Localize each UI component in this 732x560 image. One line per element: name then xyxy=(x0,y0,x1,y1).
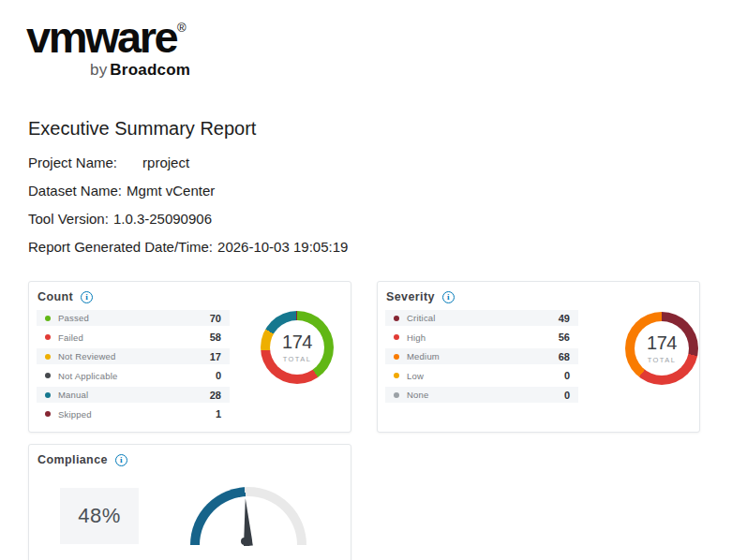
executive-summary-page: vmware® byBroadcom Executive Summary Rep… xyxy=(0,0,732,560)
legend-label: Medium xyxy=(407,351,559,361)
legend-label: Passed xyxy=(58,313,210,323)
legend-label: Skipped xyxy=(58,409,216,420)
meta-dataset-name: Dataset Name:Mgmt vCenter xyxy=(28,183,215,199)
compliance-percentage-value: 48% xyxy=(78,504,121,528)
count-total-label: TOTAL xyxy=(283,355,311,363)
tool-version-value: 1.0.3-25090906 xyxy=(113,211,212,227)
severity-donut-chart: 174 TOTAL xyxy=(625,312,698,385)
legend-row: None0 xyxy=(385,387,578,403)
legend-color-dot xyxy=(45,411,51,417)
legend-label: High xyxy=(407,332,559,343)
compliance-card-title: Compliance xyxy=(37,453,108,466)
legend-row: Failed58 xyxy=(37,330,230,346)
vmware-logo-text: vmware xyxy=(26,12,176,62)
legend-color-dot xyxy=(394,392,399,398)
tool-version-label: Tool Version: xyxy=(28,211,109,227)
count-card-header: Count i xyxy=(37,290,93,303)
meta-tool-version: Tool Version:1.0.3-25090906 xyxy=(28,211,212,227)
legend-value: 56 xyxy=(559,332,570,343)
legend-value: 49 xyxy=(559,313,570,324)
compliance-card-header: Compliance i xyxy=(37,453,127,466)
count-donut-chart: 174 TOTAL xyxy=(261,311,334,384)
legend-color-dot xyxy=(394,316,399,321)
vmware-wordmark: vmware® xyxy=(26,15,190,59)
count-total-value: 174 xyxy=(282,332,312,353)
legend-label: Failed xyxy=(58,332,210,343)
vmware-logo: vmware® byBroadcom xyxy=(26,15,190,80)
report-generated-value: 2026-10-03 19:05:19 xyxy=(217,239,348,255)
legend-value: 58 xyxy=(210,332,221,343)
info-icon[interactable]: i xyxy=(81,291,93,303)
byline-by-text: by xyxy=(90,61,107,79)
severity-legend: Critical49High56Medium68Low0None0 xyxy=(385,310,578,406)
count-legend: Passed70Failed58Not Reviewed17Not Applic… xyxy=(37,310,230,425)
severity-card-title: Severity xyxy=(386,290,435,303)
legend-row: Not Reviewed17 xyxy=(37,348,230,364)
severity-total-value: 174 xyxy=(647,332,677,354)
legend-row: Medium68 xyxy=(385,348,578,364)
legend-color-dot xyxy=(45,316,51,321)
project-name-label: Project Name: xyxy=(28,155,117,170)
meta-report-generated: Report Generated Date/Time:2026-10-03 19… xyxy=(28,239,348,255)
count-card: Count i Passed70Failed58Not Reviewed17No… xyxy=(28,281,351,433)
legend-label: Not Reviewed xyxy=(58,351,210,361)
legend-label: Not Applicable xyxy=(58,371,216,381)
severity-card: Severity i Critical49High56Medium68Low0N… xyxy=(377,281,700,433)
legend-label: None xyxy=(407,390,564,400)
legend-value: 70 xyxy=(210,313,221,324)
count-card-title: Count xyxy=(37,290,73,303)
dataset-name-label: Dataset Name: xyxy=(28,183,122,199)
gauge-needle-hub xyxy=(241,538,248,545)
legend-value: 1 xyxy=(216,408,221,420)
legend-row: Passed70 xyxy=(37,310,230,326)
legend-label: Critical xyxy=(407,313,559,323)
legend-row: High56 xyxy=(385,330,578,346)
project-name-value: rproject xyxy=(142,155,189,170)
info-icon[interactable]: i xyxy=(442,291,455,303)
legend-color-dot xyxy=(394,334,399,340)
legend-row: Low0 xyxy=(385,368,578,384)
legend-row: Critical49 xyxy=(385,310,578,326)
legend-color-dot xyxy=(45,373,51,378)
dataset-name-value: Mgmt vCenter xyxy=(127,183,215,199)
legend-color-dot xyxy=(394,354,399,360)
legend-label: Low xyxy=(407,371,564,381)
legend-color-dot xyxy=(45,334,51,340)
legend-color-dot xyxy=(45,392,51,398)
info-icon[interactable]: i xyxy=(115,454,127,466)
legend-value: 28 xyxy=(210,390,221,401)
legend-value: 0 xyxy=(564,390,570,401)
legend-color-dot xyxy=(394,373,399,378)
meta-project-name: Project Name:rproject xyxy=(28,155,189,170)
legend-color-dot xyxy=(45,354,51,360)
page-title: Executive Summary Report xyxy=(28,118,256,140)
legend-row: Skipped1 xyxy=(37,406,230,422)
legend-value: 17 xyxy=(210,351,221,362)
legend-label: Manual xyxy=(58,390,210,400)
broadcom-byline: byBroadcom xyxy=(90,61,190,80)
legend-value: 68 xyxy=(559,351,570,362)
legend-row: Not Applicable0 xyxy=(37,368,230,384)
byline-broadcom-text: Broadcom xyxy=(110,61,190,79)
severity-donut-center: 174 TOTAL xyxy=(625,312,698,385)
compliance-card: Compliance i 48% xyxy=(28,444,351,560)
compliance-percentage-box: 48% xyxy=(60,488,139,544)
legend-value: 0 xyxy=(216,370,221,381)
report-generated-label: Report Generated Date/Time: xyxy=(28,239,213,255)
registered-trademark-symbol: ® xyxy=(177,21,187,35)
count-donut-center: 174 TOTAL xyxy=(261,311,334,384)
severity-total-label: TOTAL xyxy=(648,356,676,364)
severity-card-header: Severity i xyxy=(386,290,455,303)
legend-value: 0 xyxy=(564,370,570,381)
legend-row: Manual28 xyxy=(37,387,230,403)
